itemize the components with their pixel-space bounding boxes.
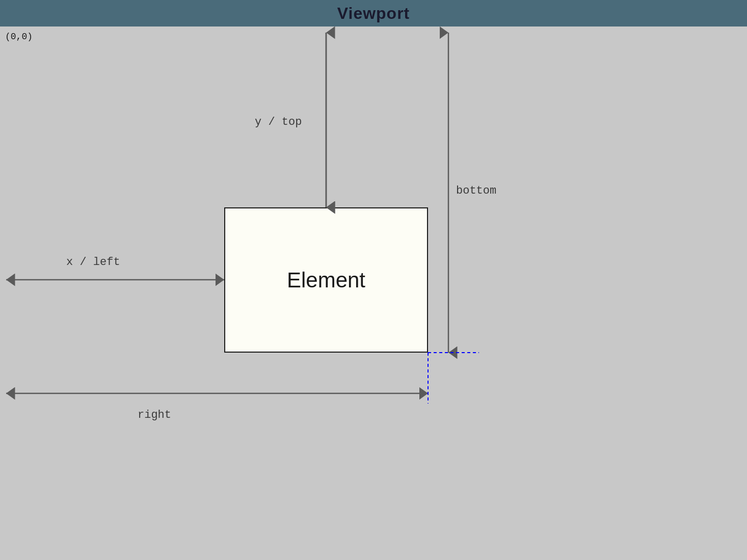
label-x-left: x / left: [66, 256, 120, 269]
label-y-top: y / top: [255, 116, 302, 128]
viewport-title: Viewport: [337, 4, 410, 23]
canvas: (0,0) y / top x / left bottom right Elem…: [0, 26, 747, 560]
label-right: right: [138, 409, 171, 421]
viewport-header: Viewport: [0, 0, 747, 26]
element-label: Element: [287, 268, 365, 292]
element-box: Element: [224, 207, 428, 353]
label-bottom: bottom: [456, 184, 496, 197]
origin-label: (0,0): [5, 32, 33, 42]
